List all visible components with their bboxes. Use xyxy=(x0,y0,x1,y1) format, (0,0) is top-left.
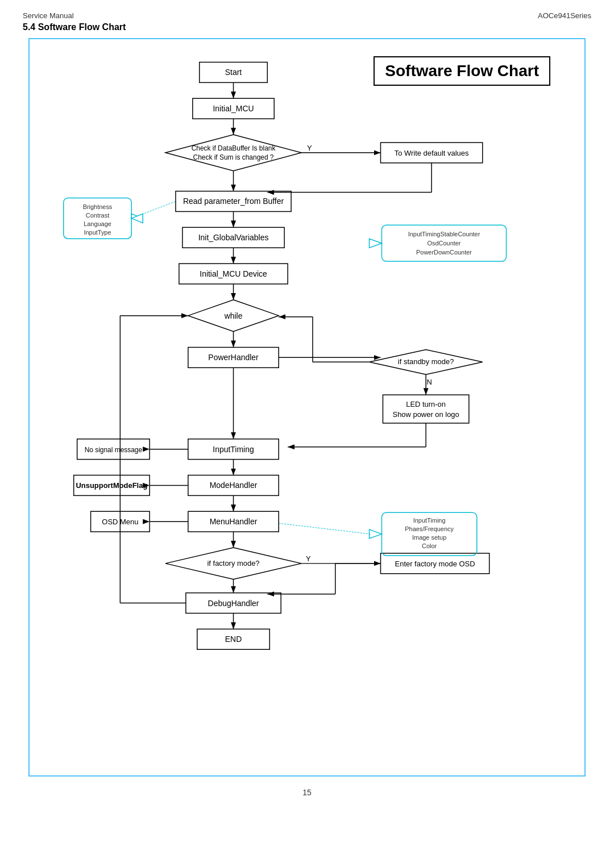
svg-text:Language: Language xyxy=(84,220,111,227)
svg-text:Contrast: Contrast xyxy=(86,212,109,219)
svg-text:InputTiming: InputTiming xyxy=(213,445,254,454)
svg-text:ModeHandler: ModeHandler xyxy=(210,481,258,490)
svg-text:Show power on logo: Show power on logo xyxy=(393,410,459,419)
svg-text:Start: Start xyxy=(225,68,242,77)
svg-text:InputTiming: InputTiming xyxy=(413,517,446,524)
svg-text:Y: Y xyxy=(307,144,312,152)
svg-text:Image setup: Image setup xyxy=(412,534,446,541)
svg-text:while: while xyxy=(224,311,243,320)
svg-text:No signal message: No signal message xyxy=(85,446,143,454)
svg-text:Initial_MCU: Initial_MCU xyxy=(213,104,254,113)
svg-text:Init_GlobalVariables: Init_GlobalVariables xyxy=(198,233,269,242)
svg-line-94 xyxy=(279,523,370,534)
svg-text:END: END xyxy=(225,635,242,644)
svg-text:MenuHandler: MenuHandler xyxy=(210,517,258,526)
svg-text:if standby mode?: if standby mode? xyxy=(398,357,454,366)
svg-text:Color: Color xyxy=(422,542,437,549)
header-right: AOCe941Series xyxy=(538,11,591,20)
svg-text:Initial_MCU Device: Initial_MCU Device xyxy=(200,269,267,278)
svg-text:Check if DataBuffer Is blank: Check if DataBuffer Is blank xyxy=(192,144,276,152)
section-title: 5.4 Software Flow Chart xyxy=(23,22,591,32)
svg-text:DebugHandler: DebugHandler xyxy=(208,599,259,608)
header: Service Manual AOCe941Series xyxy=(23,11,591,20)
svg-text:Brightness: Brightness xyxy=(83,203,113,210)
flowchart-container: Software Flow Chart Start Initial_MCU xyxy=(28,38,586,777)
svg-text:N: N xyxy=(426,378,432,386)
svg-text:PowerHandler: PowerHandler xyxy=(208,353,259,362)
header-left: Service Manual xyxy=(23,11,74,20)
svg-text:Check if Sum is changed ?: Check if Sum is changed ? xyxy=(193,153,274,161)
svg-text:UnsupportModeFlag: UnsupportModeFlag xyxy=(76,481,148,490)
svg-text:InputType: InputType xyxy=(84,229,111,236)
svg-text:Read parameter_from Buffer: Read parameter_from Buffer xyxy=(183,197,284,206)
svg-text:Enter factory mode OSD: Enter factory mode OSD xyxy=(395,560,475,568)
flowchart-svg: Start Initial_MCU Check if DataBuffer Is… xyxy=(30,39,584,775)
svg-text:Y: Y xyxy=(306,554,311,563)
svg-text:To Write default values: To Write default values xyxy=(395,149,469,157)
svg-text:InputTimingStableCounter: InputTimingStableCounter xyxy=(408,231,480,237)
svg-rect-37 xyxy=(383,395,468,423)
svg-text:Phaes/Frequency: Phaes/Frequency xyxy=(405,525,454,532)
page: Service Manual AOCe941Series 5.4 Softwar… xyxy=(0,0,614,868)
page-number: 15 xyxy=(23,788,591,797)
svg-text:OsdCounter: OsdCounter xyxy=(428,240,461,247)
svg-text:if factory mode?: if factory mode? xyxy=(208,559,260,567)
svg-text:PowerDownCounter: PowerDownCounter xyxy=(416,249,472,256)
svg-text:LED turn-on: LED turn-on xyxy=(406,400,446,408)
